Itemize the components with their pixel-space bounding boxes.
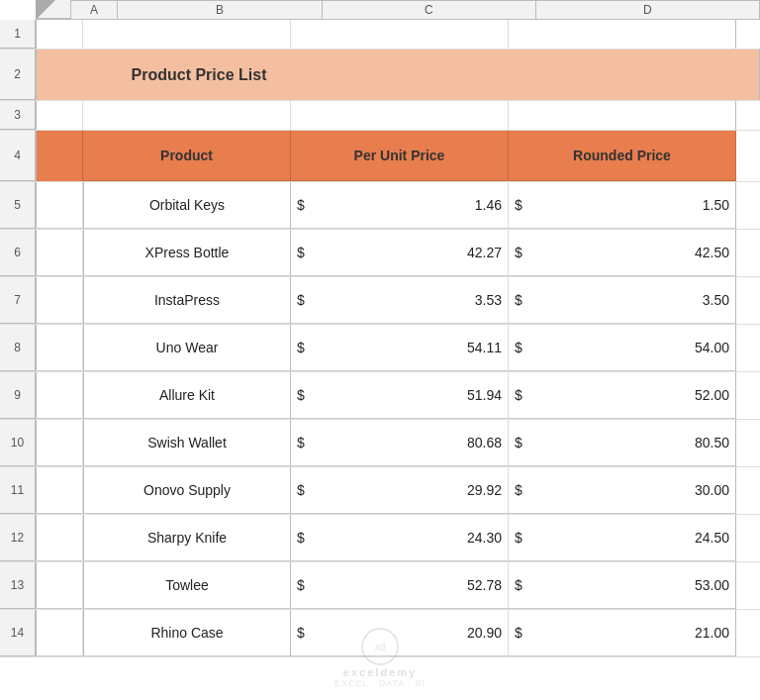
- cell-rounded-4[interactable]: $ 52.00: [509, 372, 736, 419]
- cell-12a[interactable]: [36, 515, 83, 561]
- per-unit-value: 80.68: [309, 435, 502, 450]
- currency-sign-rounded: $: [515, 387, 522, 403]
- per-unit-value: 3.53: [309, 292, 502, 308]
- cell-1d[interactable]: [509, 20, 736, 49]
- watermark: xd exceldemy EXCEL · DATA · BI: [334, 627, 426, 688]
- cell-price-5[interactable]: $ 80.68: [291, 420, 509, 466]
- cell-rounded-1[interactable]: $ 42.50: [509, 230, 736, 276]
- currency-sign-rounded: $: [515, 292, 522, 308]
- currency-sign: $: [297, 530, 305, 546]
- cell-14a[interactable]: [36, 610, 83, 656]
- cell-price-0[interactable]: $ 1.46: [291, 182, 509, 229]
- cell-price-4[interactable]: $ 51.94: [291, 372, 509, 419]
- cell-3c[interactable]: [291, 101, 509, 130]
- row-num-14: 14: [0, 610, 36, 656]
- cell-8a[interactable]: [36, 325, 83, 371]
- product-name: Swish Wallet: [147, 435, 227, 450]
- cell-rounded-9[interactable]: $ 21.00: [509, 610, 736, 656]
- per-unit-value: 52.78: [309, 577, 502, 593]
- currency-sign-rounded: $: [515, 482, 522, 498]
- per-unit-value: 54.11: [309, 340, 502, 355]
- rounded-value: 52.00: [526, 387, 729, 403]
- currency-sign-rounded: $: [515, 197, 522, 213]
- cell-4a[interactable]: [36, 131, 83, 181]
- cell-rounded-0[interactable]: $ 1.50: [509, 182, 736, 229]
- rounded-value: 3.50: [526, 292, 729, 308]
- table-row: 11 Onovo Supply $ 29.92 $ 30.00: [0, 467, 760, 515]
- cell-1b[interactable]: [83, 20, 291, 49]
- row-num-1: 1: [0, 20, 36, 49]
- per-unit-value: 42.27: [309, 245, 502, 260]
- cell-rounded-8[interactable]: $ 53.00: [509, 562, 736, 609]
- cell-product-2[interactable]: InstaPress: [83, 277, 291, 324]
- cell-product-7[interactable]: Sharpy Knife: [83, 515, 291, 561]
- row-num-4: 4: [0, 131, 36, 181]
- cell-1a[interactable]: [36, 20, 83, 49]
- row-num-3: 3: [0, 101, 36, 130]
- rounded-value: 1.50: [526, 197, 729, 213]
- header-rounded-label: Rounded Price: [573, 148, 671, 163]
- rounded-value: 54.00: [526, 340, 729, 355]
- cell-price-1[interactable]: $ 42.27: [291, 230, 509, 276]
- cell-3a[interactable]: [36, 101, 83, 130]
- svg-text:xd: xd: [375, 642, 386, 652]
- rounded-value: 80.50: [526, 435, 729, 450]
- cell-7a[interactable]: [36, 277, 83, 324]
- cell-product-1[interactable]: XPress Bottle: [83, 230, 291, 276]
- cell-rounded-5[interactable]: $ 80.50: [509, 420, 736, 466]
- currency-sign-rounded: $: [515, 577, 522, 593]
- cell-3d[interactable]: [509, 101, 736, 130]
- currency-sign: $: [297, 245, 305, 260]
- cell-product-0[interactable]: Orbital Keys: [83, 182, 291, 229]
- cell-product-6[interactable]: Onovo Supply: [83, 467, 291, 514]
- cell-rounded-7[interactable]: $ 24.50: [509, 515, 736, 561]
- row-num-5: 5: [0, 182, 36, 229]
- cell-5a[interactable]: [36, 182, 83, 229]
- cell-rounded-6[interactable]: $ 30.00: [509, 467, 736, 514]
- cell-9a[interactable]: [36, 372, 83, 419]
- row-num-8: 8: [0, 325, 36, 371]
- cell-11a[interactable]: [36, 467, 83, 514]
- cell-10a[interactable]: [36, 420, 83, 466]
- corner-cell: [36, 0, 71, 19]
- rounded-value: 42.50: [526, 245, 729, 260]
- col-header-b: B: [118, 0, 322, 19]
- cell-product-5[interactable]: Swish Wallet: [83, 420, 291, 466]
- product-name: XPress Bottle: [145, 245, 230, 260]
- currency-sign: $: [297, 197, 305, 213]
- cell-product-4[interactable]: Allure Kit: [83, 372, 291, 419]
- column-headers: A B C D: [36, 0, 760, 20]
- header-rounded-price[interactable]: Rounded Price: [509, 131, 736, 181]
- cell-2d[interactable]: [315, 50, 760, 100]
- header-per-unit-label: Per Unit Price: [354, 148, 445, 163]
- cell-price-8[interactable]: $ 52.78: [291, 562, 509, 609]
- cell-6a[interactable]: [36, 230, 83, 276]
- cell-product-8[interactable]: Towlee: [83, 562, 291, 609]
- cell-3b[interactable]: [83, 101, 291, 130]
- product-name: InstaPress: [154, 292, 220, 308]
- row-3: 3: [0, 101, 760, 131]
- cell-price-7[interactable]: $ 24.30: [291, 515, 509, 561]
- cell-price-3[interactable]: $ 54.11: [291, 325, 509, 371]
- cell-rounded-3[interactable]: $ 54.00: [509, 325, 736, 371]
- cell-product-9[interactable]: Rhino Case: [83, 610, 291, 656]
- header-per-unit-price[interactable]: Per Unit Price: [291, 131, 509, 181]
- currency-sign-rounded: $: [515, 530, 522, 546]
- cell-price-6[interactable]: $ 29.92: [291, 467, 509, 514]
- spreadsheet: A B C D 1 2 Product Price List 3: [0, 0, 760, 700]
- cell-1c[interactable]: [291, 20, 509, 49]
- cell-price-2[interactable]: $ 3.53: [291, 277, 509, 324]
- row-num-7: 7: [0, 277, 36, 324]
- row-num-9: 9: [0, 372, 36, 419]
- cell-product-3[interactable]: Uno Wear: [83, 325, 291, 371]
- data-rows: 5 Orbital Keys $ 1.46 $ 1.50 6 XPress Bo…: [0, 182, 760, 657]
- product-name: Orbital Keys: [149, 197, 225, 213]
- currency-sign: $: [297, 482, 305, 498]
- cell-2a[interactable]: [36, 50, 83, 100]
- title-cell[interactable]: Product Price List: [83, 50, 315, 100]
- header-product[interactable]: Product: [83, 131, 291, 181]
- cell-13a[interactable]: [36, 562, 83, 609]
- row-4-headers: 4 Product Per Unit Price Rounded Price: [0, 131, 760, 182]
- cell-rounded-2[interactable]: $ 3.50: [509, 277, 736, 324]
- product-name: Allure Kit: [159, 387, 215, 403]
